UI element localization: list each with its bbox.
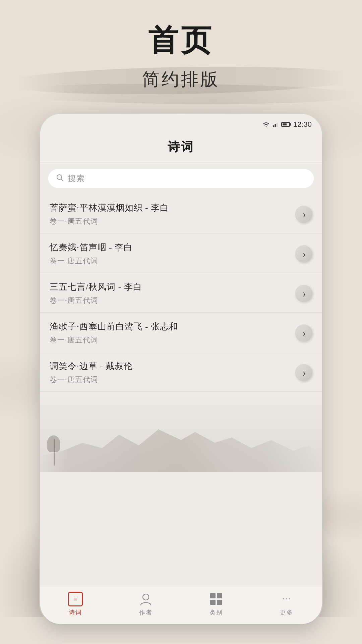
more-dots-icon: ···: [282, 594, 291, 604]
nav-label-more: 更多: [280, 608, 293, 616]
nav-label-author: 作者: [139, 608, 153, 616]
landscape-mountain: [40, 419, 322, 472]
search-container: 搜索: [40, 163, 322, 194]
nav-item-author[interactable]: 作者: [111, 592, 181, 616]
wifi-icon: [262, 121, 270, 127]
category-cell-4: [217, 600, 222, 605]
poem-category-3: 卷一·唐五代词: [50, 335, 295, 345]
poem-title-2: 三五七言/秋风词 - 李白: [50, 281, 295, 293]
poem-chevron-4[interactable]: [295, 364, 312, 381]
poem-info-1: 忆秦娥·笛声咽 - 李白 卷一·唐五代词: [50, 241, 295, 266]
poem-item-4[interactable]: 调笑令·边草 - 戴叔伦 卷一·唐五代词: [40, 352, 322, 392]
status-time: 12:30: [293, 120, 312, 129]
poem-info-4: 调笑令·边草 - 戴叔伦 卷一·唐五代词: [50, 360, 295, 385]
nav-item-poetry[interactable]: 诗词: [40, 592, 111, 616]
search-icon: [56, 174, 64, 183]
poem-chevron-3[interactable]: [295, 324, 312, 342]
battery-fill: [283, 123, 287, 125]
nav-label-category: 类别: [209, 608, 223, 616]
poem-item-2[interactable]: 三五七言/秋风词 - 李白 卷一·唐五代词: [40, 273, 322, 313]
phone-mockup: 12:30 诗词 搜索 菩萨蛮·平林漠漠烟如织 - 李白 卷一·唐五代词: [40, 114, 322, 624]
status-bar: 12:30: [40, 114, 322, 132]
nav-icon-poetry: [68, 592, 83, 606]
category-cell-3: [210, 600, 216, 605]
poem-chevron-0[interactable]: [295, 206, 312, 223]
search-box[interactable]: 搜索: [48, 169, 314, 188]
bottom-nav: 诗词 作者 类别 ·: [40, 586, 322, 624]
poem-item-0[interactable]: 菩萨蛮·平林漠漠烟如织 - 李白 卷一·唐五代词: [40, 194, 322, 233]
phone-landscape-art: [40, 392, 322, 472]
nav-item-category[interactable]: 类别: [181, 592, 251, 616]
poem-info-3: 渔歌子·西塞山前白鹭飞 - 张志和 卷一·唐五代词: [50, 321, 295, 345]
poem-title-1: 忆秦娥·笛声咽 - 李白: [50, 241, 295, 253]
poem-category-4: 卷一·唐五代词: [50, 375, 295, 385]
battery-tip: [290, 123, 291, 126]
signal-icon: [273, 121, 279, 127]
status-icons: [262, 121, 290, 127]
poem-list: 菩萨蛮·平林漠漠烟如织 - 李白 卷一·唐五代词 忆秦娥·笛声咽 - 李白 卷一…: [40, 194, 322, 586]
landscape-tree: [54, 439, 55, 466]
page-subtitle: 简约排版: [0, 68, 362, 91]
category-cell-2: [217, 593, 222, 598]
page-title-area: 首页 简约排版: [0, 20, 362, 91]
nav-icon-more: ···: [279, 592, 294, 606]
poem-category-0: 卷一·唐五代词: [50, 216, 295, 226]
nav-icon-author: [138, 592, 153, 606]
app-title: 诗词: [168, 140, 194, 154]
category-cell-1: [210, 593, 216, 598]
poem-title-3: 渔歌子·西塞山前白鹭飞 - 张志和: [50, 321, 295, 332]
nav-icon-category-wrap: [209, 592, 224, 606]
category-icon: [210, 593, 222, 605]
poem-title-0: 菩萨蛮·平林漠漠烟如织 - 李白: [50, 202, 295, 214]
battery-icon: [281, 122, 290, 127]
svg-rect-0: [273, 125, 274, 127]
nav-label-poetry: 诗词: [69, 608, 82, 616]
poem-category-1: 卷一·唐五代词: [50, 256, 295, 266]
search-placeholder: 搜索: [68, 173, 85, 184]
page-main-title: 首页: [0, 20, 362, 61]
poem-chevron-2[interactable]: [295, 285, 312, 302]
nav-item-more[interactable]: ··· 更多: [251, 592, 322, 616]
poem-item-3[interactable]: 渔歌子·西塞山前白鹭飞 - 张志和 卷一·唐五代词: [40, 313, 322, 352]
app-header: 诗词: [40, 132, 322, 163]
svg-line-4: [61, 179, 63, 181]
svg-rect-2: [277, 123, 278, 127]
poem-info-2: 三五七言/秋风词 - 李白 卷一·唐五代词: [50, 281, 295, 306]
poem-category-2: 卷一·唐五代词: [50, 296, 295, 306]
poetry-icon: [68, 592, 83, 606]
poem-item-1[interactable]: 忆秦娥·笛声咽 - 李白 卷一·唐五代词: [40, 233, 322, 273]
poem-chevron-1[interactable]: [295, 245, 312, 263]
svg-rect-1: [275, 124, 276, 127]
poem-title-4: 调笑令·边草 - 戴叔伦: [50, 360, 295, 372]
svg-point-5: [143, 594, 149, 600]
poem-info-0: 菩萨蛮·平林漠漠烟如织 - 李白 卷一·唐五代词: [50, 202, 295, 226]
